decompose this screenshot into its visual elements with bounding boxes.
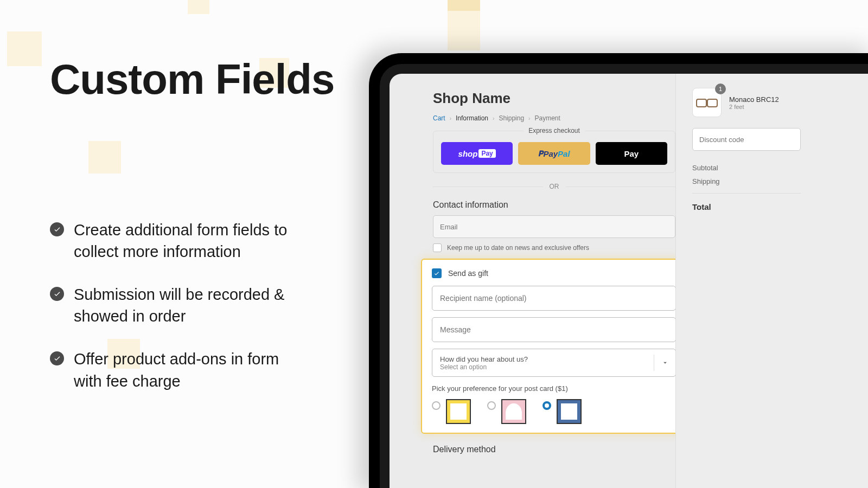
checkout-main-column: Shop Name Cart › Information › Shipping …: [390, 74, 675, 488]
subtotal-row: Subtotal: [692, 164, 801, 172]
send-as-gift-row[interactable]: Send as gift: [432, 268, 676, 278]
chevron-right-icon: ›: [493, 115, 494, 121]
paypal-text-2: Pal: [558, 149, 570, 158]
apple-pay-text: Pay: [624, 149, 639, 158]
glasses-icon: [696, 99, 718, 106]
send-as-gift-label: Send as gift: [448, 269, 488, 278]
cart-item-name: Monaco BRC12: [729, 95, 779, 104]
cart-item: 1 Monaco BRC12 2 feet: [692, 88, 868, 117]
select-placeholder: Select an option: [440, 363, 646, 371]
select-question: How did you hear about us?: [440, 355, 646, 363]
checkbox-icon[interactable]: [433, 243, 442, 252]
paypal-button[interactable]: 𝙋PayPal: [518, 142, 590, 165]
email-field[interactable]: [433, 215, 675, 238]
bullet-text: Create additional form fields to collect…: [74, 219, 307, 263]
page-title: Custom Fields: [50, 54, 347, 105]
newsletter-opt-row[interactable]: Keep me up to date on news and exclusive…: [433, 243, 675, 252]
cart-item-variant: 2 feet: [729, 104, 779, 110]
apple-pay-button[interactable]: Pay: [596, 142, 667, 165]
postcard-options: [432, 399, 676, 424]
shop-pay-suffix: Pay: [478, 149, 495, 158]
bullet-item: Submission will be recorded & showed in …: [50, 284, 347, 328]
shop-pay-button[interactable]: shopPay: [441, 142, 513, 165]
postcard-option-1[interactable]: [432, 399, 471, 424]
check-icon: [50, 222, 64, 236]
shipping-row: Shipping: [692, 177, 801, 185]
check-icon: [50, 351, 64, 365]
radio-selected-icon[interactable]: [542, 401, 551, 410]
device-screen: Shop Name Cart › Information › Shipping …: [390, 74, 868, 488]
contact-heading: Contact information: [433, 200, 675, 210]
bullet-item: Offer product add-ons in form with fee c…: [50, 348, 347, 392]
express-checkout-label: Express checkout: [523, 127, 585, 134]
device-frame: Shop Name Cart › Information › Shipping …: [369, 53, 868, 488]
breadcrumb-cart[interactable]: Cart: [433, 114, 445, 122]
shop-name: Shop Name: [433, 90, 675, 107]
postcard-option-3[interactable]: [542, 399, 582, 424]
hear-about-us-select[interactable]: How did you hear about us? Select an opt…: [432, 349, 676, 377]
breadcrumb-information: Information: [456, 114, 488, 122]
check-icon: [50, 287, 64, 301]
device-bezel: Shop Name Cart › Information › Shipping …: [380, 64, 868, 488]
decor-square: [448, 0, 480, 11]
shop-pay-logo-text: shop: [458, 149, 478, 158]
breadcrumb: Cart › Information › Shipping › Payment: [433, 114, 675, 122]
radio-icon[interactable]: [487, 401, 496, 410]
checkbox-checked-icon[interactable]: [432, 268, 442, 278]
total-label: Total: [692, 202, 711, 211]
postcard-thumb-pink: [501, 399, 526, 424]
quantity-badge: 1: [715, 84, 726, 94]
breadcrumb-payment: Payment: [534, 114, 560, 122]
feature-bullets: Create additional form fields to collect…: [50, 219, 347, 393]
custom-fields-highlight: Send as gift How did you hear about us? …: [421, 259, 687, 434]
message-field[interactable]: [432, 317, 676, 342]
chevron-right-icon: ›: [528, 115, 530, 121]
bullet-text: Submission will be recorded & showed in …: [74, 284, 307, 328]
bullet-item: Create additional form fields to collect…: [50, 219, 347, 263]
feature-description-panel: Custom Fields Create additional form fie…: [0, 0, 347, 413]
discount-code-field[interactable]: [692, 128, 801, 151]
postcard-option-2[interactable]: [487, 399, 526, 424]
delivery-heading: Delivery method: [433, 445, 675, 454]
or-label: OR: [550, 183, 559, 190]
cart-item-thumb: 1: [692, 88, 722, 117]
postcard-pref-label: Pick your preference for your post card …: [432, 384, 676, 393]
checkout-sidebar: 1 Monaco BRC12 2 feet Subtotal Shipping …: [675, 74, 868, 488]
or-divider: OR: [433, 183, 675, 190]
shipping-label: Shipping: [692, 177, 720, 185]
bullet-text: Offer product add-ons in form with fee c…: [74, 348, 307, 392]
chevron-down-icon: [654, 355, 675, 371]
total-row: Total: [692, 193, 801, 211]
express-checkout-box: Express checkout shopPay 𝙋PayPal Pay: [433, 131, 675, 173]
paypal-text-1: Pay: [543, 149, 558, 158]
recipient-name-field[interactable]: [432, 286, 676, 311]
chevron-right-icon: ›: [450, 115, 451, 121]
postcard-thumb-blue: [557, 399, 582, 424]
radio-icon[interactable]: [432, 401, 441, 410]
postcard-thumb-yellow: [446, 399, 471, 424]
newsletter-label: Keep me up to date on news and exclusive…: [447, 244, 589, 252]
breadcrumb-shipping: Shipping: [499, 114, 524, 122]
subtotal-label: Subtotal: [692, 164, 718, 172]
paypal-icon: 𝙋: [538, 149, 543, 158]
